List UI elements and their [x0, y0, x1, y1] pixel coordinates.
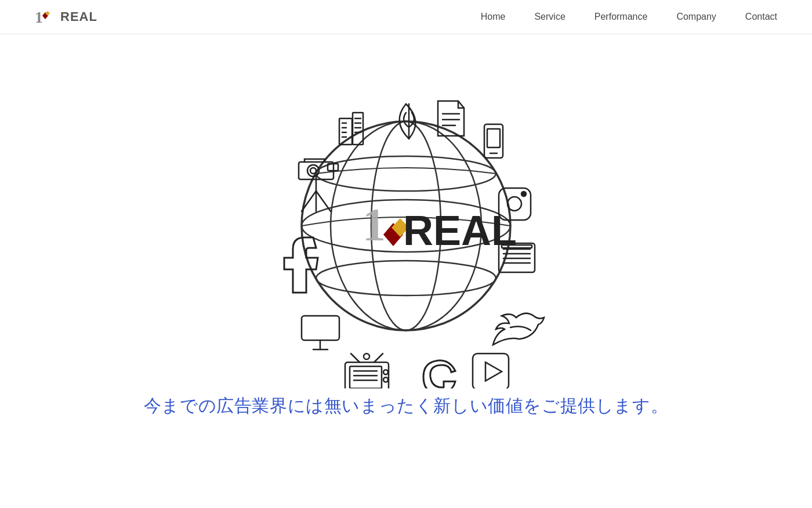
- svg-rect-50: [350, 366, 382, 388]
- hero-illustration: 1 REAL: [232, 57, 580, 388]
- hero-tagline: 今までの広告業界には無いまったく新しい価値をご提供します。: [144, 394, 668, 418]
- svg-point-39: [521, 192, 526, 196]
- svg-text:1: 1: [35, 8, 43, 26]
- logo-label: REAL: [60, 9, 97, 24]
- svg-rect-28: [487, 129, 500, 147]
- nav-home[interactable]: Home: [481, 12, 506, 22]
- site-header: 1 REAL Home Service Performance Company …: [0, 0, 812, 34]
- svg-point-56: [364, 354, 369, 359]
- main-content: 1 REAL: [0, 34, 812, 453]
- svg-point-59: [383, 370, 388, 374]
- nav-service[interactable]: Service: [534, 12, 565, 22]
- nav-contact[interactable]: Contact: [745, 12, 777, 22]
- svg-rect-61: [473, 354, 509, 388]
- svg-point-60: [383, 377, 388, 382]
- svg-rect-14: [353, 113, 363, 145]
- main-nav: Home Service Performance Company Contact: [481, 12, 777, 22]
- svg-line-54: [351, 354, 360, 362]
- svg-rect-46: [302, 316, 339, 340]
- svg-point-4: [316, 156, 496, 191]
- svg-text:1: 1: [362, 199, 386, 250]
- svg-text:REAL: REAL: [403, 207, 517, 254]
- logo[interactable]: 1 REAL: [35, 6, 97, 27]
- svg-point-35: [310, 168, 316, 174]
- nav-company[interactable]: Company: [676, 12, 716, 22]
- svg-point-6: [316, 261, 496, 296]
- center-logo: 1 REAL: [362, 199, 517, 254]
- hero-svg: 1 REAL: [232, 57, 580, 388]
- logo-icon: 1: [35, 6, 58, 27]
- svg-line-31: [316, 191, 331, 211]
- svg-marker-62: [485, 362, 502, 381]
- svg-line-55: [374, 354, 383, 362]
- nav-performance[interactable]: Performance: [594, 12, 648, 22]
